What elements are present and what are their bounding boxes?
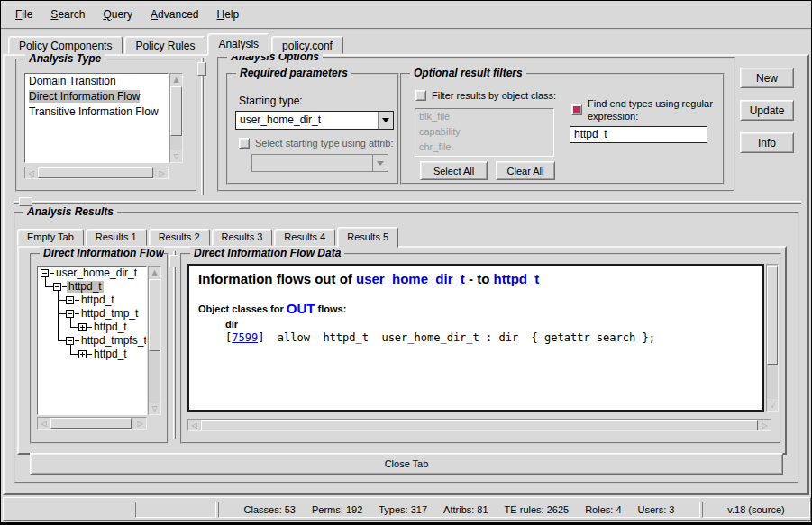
analysis-type-item[interactable]: Direct Information Flow — [25, 89, 168, 104]
analysis-type-hscrollbar[interactable]: ◁ ▷ — [24, 167, 169, 179]
regex-checkbox[interactable] — [571, 104, 582, 115]
menu-advanced[interactable]: Advanced — [141, 5, 207, 23]
menu-query[interactable]: Query — [94, 5, 141, 23]
tree-collapse-icon[interactable] — [66, 310, 74, 318]
tree-vscrollbar[interactable]: ▲ ▽ — [148, 266, 161, 415]
new-button[interactable]: New — [740, 68, 794, 88]
scroll-right-icon[interactable]: ▷ — [156, 167, 168, 178]
attrib-combobox[interactable] — [251, 154, 388, 172]
scrollbar-thumb[interactable] — [767, 266, 778, 365]
flow-data-text: Information flows out of user_home_dir_t… — [187, 264, 764, 412]
results-tab-empty-tab[interactable]: Empty Tab — [17, 229, 84, 246]
scroll-right-icon[interactable]: ▷ — [134, 418, 146, 429]
tab-policy-rules[interactable]: Policy Rules — [124, 36, 205, 54]
flow-tree-frame: Direct Information Flow Tree user_home_d… — [30, 253, 169, 444]
results-tab-results-2[interactable]: Results 2 — [149, 229, 210, 246]
tree-node-user-home-dir-t[interactable]: user_home_dir_t — [54, 267, 139, 279]
scrollbar-thumb[interactable] — [38, 167, 153, 178]
scroll-up-icon[interactable]: ▲ — [170, 74, 182, 86]
analysis-options-frame: Analysis Options Required parameters Sta… — [217, 57, 735, 192]
tree-node-httpd-t[interactable]: httpd_t — [79, 294, 116, 306]
data-vscrollbar[interactable]: ▽ — [766, 264, 779, 412]
results-tab-results-3[interactable]: Results 3 — [212, 229, 273, 246]
clear-all-button[interactable]: Clear All — [496, 161, 555, 180]
tree-collapse-icon[interactable] — [41, 269, 49, 277]
scroll-left-icon[interactable]: ◁ — [38, 418, 50, 429]
results-sash-vertical[interactable] — [173, 251, 176, 439]
tree-node-httpd-t[interactable]: httpd_t — [92, 348, 129, 360]
tree-collapse-icon[interactable] — [53, 283, 61, 291]
info-button[interactable]: Info — [740, 132, 794, 153]
pane-sash-handle[interactable] — [197, 62, 206, 76]
results-tab-bar: Empty TabResults 1Results 2Results 3Resu… — [17, 226, 400, 246]
status-stat: Classes: 53 — [244, 504, 296, 515]
menu-search[interactable]: Search — [41, 5, 94, 23]
filter-by-class-checkbox[interactable] — [415, 90, 426, 101]
status-stats: Classes: 53Perms: 192Types: 317Attribs: … — [218, 502, 700, 518]
tree-hscrollbar[interactable]: ◁ ▷ — [37, 417, 147, 430]
results-tab-results-4[interactable]: Results 4 — [274, 229, 335, 246]
analysis-results-frame: Analysis Results Empty TabResults 1Resul… — [14, 212, 799, 484]
scroll-down-icon[interactable]: ▽ — [170, 150, 182, 162]
attrib-checkbox[interactable] — [239, 138, 250, 149]
starting-type-value: user_home_dir_t — [236, 112, 378, 129]
pane-sash-vertical[interactable] — [201, 58, 204, 195]
scrollbar-thumb[interactable] — [170, 86, 182, 136]
scrollbar-thumb[interactable] — [50, 418, 132, 429]
tab-analysis[interactable]: Analysis — [207, 33, 269, 56]
analysis-type-item[interactable]: Transitive Information Flow — [25, 104, 168, 120]
object-class-item: blk_file — [415, 109, 553, 124]
analysis-type-item[interactable]: Domain Transition — [25, 74, 168, 89]
object-class-listbox: blk_filecapabilitychr_file — [415, 108, 554, 157]
scroll-left-icon[interactable]: ◁ — [25, 167, 37, 178]
regex-input[interactable]: httpd_t — [570, 126, 707, 143]
attrib-value — [252, 155, 372, 171]
tree-expand-icon[interactable] — [78, 323, 87, 331]
chevron-down-icon — [382, 118, 389, 122]
close-tab-button[interactable]: Close Tab — [30, 453, 783, 475]
tree-collapse-icon[interactable] — [66, 296, 74, 304]
results-sash-handle[interactable] — [169, 255, 178, 267]
scroll-right-icon[interactable]: ▷ — [759, 420, 771, 430]
end-type-text: httpd_t — [494, 271, 540, 286]
combo-dropdown-button[interactable] — [372, 155, 388, 171]
status-stat: Attribs: 81 — [443, 504, 488, 515]
results-tab-results-1[interactable]: Results 1 — [86, 229, 147, 246]
analysis-type-title: Analysis Type — [25, 52, 105, 65]
scroll-down-icon[interactable]: ▽ — [767, 399, 778, 411]
scrollbar-thumb[interactable] — [149, 279, 160, 351]
main-tab-bar: Policy ComponentsPolicy RulesAnalysispol… — [8, 33, 345, 54]
tab-policy-conf[interactable]: policy.conf — [271, 36, 343, 54]
scroll-up-icon[interactable]: ▲ — [149, 267, 160, 278]
tab-policy-components[interactable]: Policy Components — [8, 36, 123, 54]
update-button[interactable]: Update — [740, 100, 794, 121]
chevron-down-icon — [377, 161, 384, 166]
scrollbar-thumb[interactable] — [201, 420, 758, 430]
menu-file[interactable]: File — [6, 5, 41, 23]
analysis-type-vscrollbar[interactable]: ▲ ▽ — [169, 73, 183, 163]
combo-dropdown-button[interactable] — [378, 112, 393, 129]
flow-header: Information flows out of user_home_dir_t… — [198, 271, 762, 286]
data-hscrollbar[interactable]: ◁ ▷ — [187, 419, 771, 431]
scroll-down-icon[interactable]: ▽ — [149, 403, 160, 414]
select-all-button[interactable]: Select All — [420, 161, 488, 180]
tree-expand-icon[interactable] — [78, 350, 87, 358]
results-tab-results-5[interactable]: Results 5 — [337, 227, 398, 248]
rule-number-link[interactable]: 7599 — [232, 331, 258, 344]
pane-sash-handle[interactable] — [19, 197, 32, 206]
flow-data-title: Direct Information Flow Data — [190, 247, 344, 259]
flow-data-frame: Direct Information Flow Data Information… — [180, 253, 781, 444]
allow-rule-line: [7599] allow httpd_t user_home_dir_t : d… — [225, 331, 762, 344]
tree-node-httpd-t[interactable]: httpd_t — [92, 321, 129, 333]
scroll-left-icon[interactable]: ◁ — [188, 420, 200, 430]
analysis-results-title: Analysis Results — [23, 205, 117, 218]
menu-bar: FileSearchQueryAdvancedHelp — [1, 1, 811, 30]
pane-sash-horizontal[interactable] — [14, 201, 801, 204]
tree-node-httpd-tmp-t[interactable]: httpd_tmp_t — [79, 308, 140, 320]
tree-node-httpd-tmpfs-t[interactable]: httpd_tmpfs_t — [79, 335, 147, 347]
optional-filters-frame: Optional result filters Filter results b… — [400, 73, 725, 185]
starting-type-combobox[interactable]: user_home_dir_t — [235, 111, 394, 130]
menu-help[interactable]: Help — [207, 5, 248, 23]
tree-collapse-icon[interactable] — [66, 337, 74, 345]
tree-node-httpd-t[interactable]: httpd_t — [67, 281, 104, 293]
